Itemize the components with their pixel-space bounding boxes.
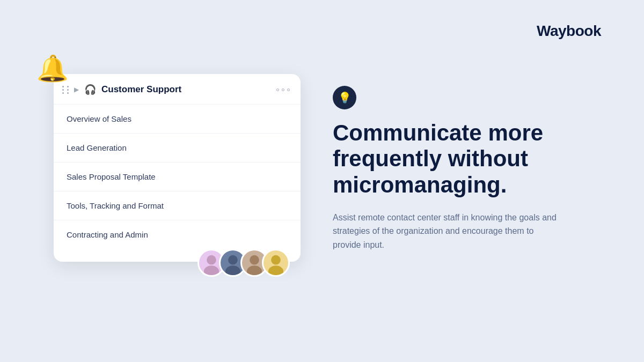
waybook-logo: Waybook — [537, 23, 601, 40]
lightbulb-badge: 💡 — [333, 86, 356, 109]
nav-card: ▶ 🎧 Customer Support Overview of Sales L… — [54, 74, 301, 262]
chevron-right-icon: ▶ — [74, 86, 79, 93]
right-panel: 💡 Communicate more frequently without mi… — [333, 86, 601, 252]
menu-item-tools-tracking[interactable]: Tools, Tracking and Format — [54, 191, 301, 220]
headline: Communicate more frequently without micr… — [333, 120, 601, 198]
svg-point-3 — [225, 265, 240, 277]
menu-list: Overview of Sales Lead Generation Sales … — [54, 105, 301, 249]
svg-point-6 — [271, 255, 281, 265]
avatars-group — [197, 249, 290, 277]
card-title: Customer Support — [101, 84, 181, 95]
svg-point-1 — [204, 265, 219, 277]
drag-handle-icon[interactable] — [62, 86, 70, 94]
headphone-icon: 🎧 — [84, 84, 96, 95]
lightbulb-icon: 💡 — [338, 91, 352, 104]
svg-point-5 — [247, 265, 262, 277]
card-header: ▶ 🎧 Customer Support — [54, 74, 301, 105]
more-options-button[interactable] — [276, 88, 290, 91]
svg-point-0 — [207, 255, 216, 265]
svg-point-2 — [228, 255, 238, 265]
menu-item-sales-proposal[interactable]: Sales Proposal Template — [54, 162, 301, 191]
menu-item-contracting-admin[interactable]: Contracting and Admin — [54, 220, 301, 249]
svg-point-7 — [268, 265, 283, 277]
card-header-left: ▶ 🎧 Customer Support — [62, 84, 181, 95]
description: Assist remote contact center staff in kn… — [333, 211, 558, 252]
bell-notification-icon: 🔔 — [36, 54, 69, 84]
menu-item-lead-generation[interactable]: Lead Generation — [54, 134, 301, 162]
avatar-4 — [262, 249, 290, 277]
svg-point-4 — [250, 255, 259, 265]
menu-item-overview-sales[interactable]: Overview of Sales — [54, 105, 301, 134]
